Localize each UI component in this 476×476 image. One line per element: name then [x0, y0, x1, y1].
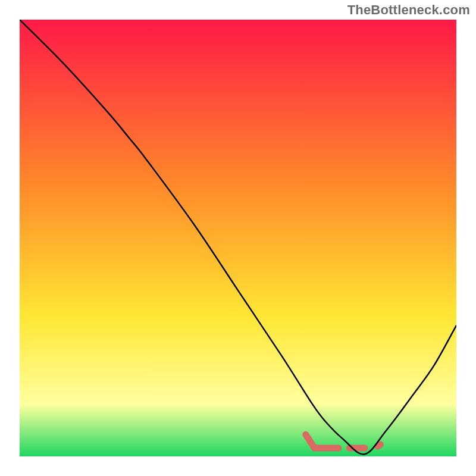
- chart-svg: [0, 0, 476, 476]
- watermark-text: TheBottleneck.com: [347, 2, 470, 18]
- gradient-background: [20, 20, 456, 456]
- chart-stage: TheBottleneck.com: [0, 0, 476, 476]
- marker-segment: [378, 444, 380, 446]
